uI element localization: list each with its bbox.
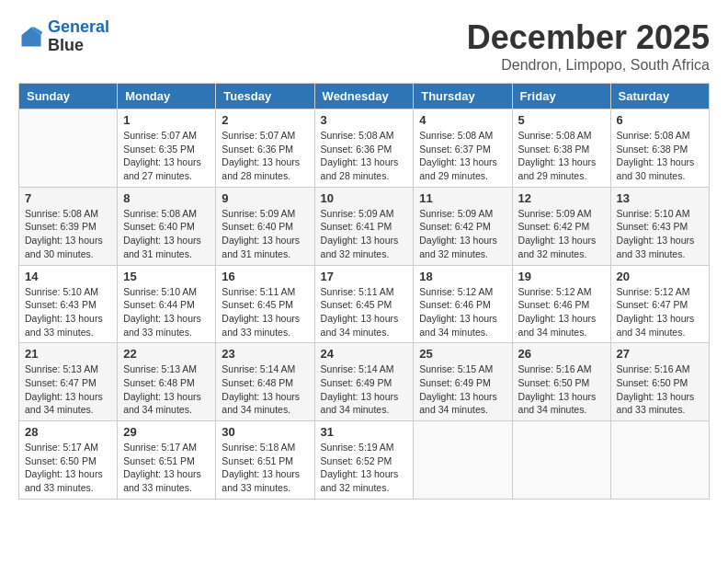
location-subtitle: Dendron, Limpopo, South Africa bbox=[467, 57, 710, 74]
day-number: 14 bbox=[25, 270, 111, 283]
day-number: 26 bbox=[518, 347, 605, 361]
day-info: Sunrise: 5:11 AM Sunset: 6:45 PM Dayligh… bbox=[321, 285, 408, 339]
day-info: Sunrise: 5:08 AM Sunset: 6:38 PM Dayligh… bbox=[518, 129, 605, 183]
day-number: 5 bbox=[518, 113, 605, 127]
calendar-week-row: 7Sunrise: 5:08 AM Sunset: 6:39 PM Daylig… bbox=[19, 187, 710, 265]
calendar-cell: 9Sunrise: 5:09 AM Sunset: 6:40 PM Daylig… bbox=[216, 187, 314, 265]
day-number: 2 bbox=[222, 113, 308, 127]
day-info: Sunrise: 5:19 AM Sunset: 6:52 PM Dayligh… bbox=[321, 441, 408, 495]
calendar-week-row: 21Sunrise: 5:13 AM Sunset: 6:47 PM Dayli… bbox=[19, 343, 710, 421]
day-number: 29 bbox=[123, 425, 210, 439]
day-info: Sunrise: 5:14 AM Sunset: 6:48 PM Dayligh… bbox=[222, 362, 308, 417]
month-title: December 2025 bbox=[467, 18, 710, 57]
day-number: 19 bbox=[518, 270, 605, 283]
calendar-cell: 22Sunrise: 5:13 AM Sunset: 6:48 PM Dayli… bbox=[118, 343, 216, 421]
day-number: 20 bbox=[617, 270, 703, 283]
day-number: 31 bbox=[321, 425, 408, 439]
day-number: 28 bbox=[25, 425, 111, 439]
day-number: 7 bbox=[25, 191, 111, 205]
calendar-cell: 10Sunrise: 5:09 AM Sunset: 6:41 PM Dayli… bbox=[314, 187, 414, 265]
day-info: Sunrise: 5:12 AM Sunset: 6:46 PM Dayligh… bbox=[518, 285, 605, 339]
calendar-cell: 19Sunrise: 5:12 AM Sunset: 6:46 PM Dayli… bbox=[512, 265, 610, 343]
weekday-header-thursday: Thursday bbox=[414, 84, 512, 109]
logo-line1: General bbox=[48, 17, 109, 36]
day-number: 22 bbox=[123, 347, 210, 361]
day-info: Sunrise: 5:16 AM Sunset: 6:50 PM Dayligh… bbox=[518, 362, 605, 417]
day-info: Sunrise: 5:08 AM Sunset: 6:39 PM Dayligh… bbox=[25, 207, 111, 261]
day-info: Sunrise: 5:08 AM Sunset: 6:36 PM Dayligh… bbox=[321, 129, 408, 183]
logo-line2: Blue bbox=[48, 37, 109, 55]
calendar-cell: 15Sunrise: 5:10 AM Sunset: 6:44 PM Dayli… bbox=[118, 265, 216, 343]
calendar-cell: 20Sunrise: 5:12 AM Sunset: 6:47 PM Dayli… bbox=[610, 265, 709, 343]
day-number: 24 bbox=[321, 347, 408, 361]
day-number: 3 bbox=[321, 113, 408, 127]
day-info: Sunrise: 5:09 AM Sunset: 6:42 PM Dayligh… bbox=[419, 207, 506, 261]
day-info: Sunrise: 5:08 AM Sunset: 6:37 PM Dayligh… bbox=[419, 129, 506, 183]
calendar-cell: 6Sunrise: 5:08 AM Sunset: 6:38 PM Daylig… bbox=[610, 109, 709, 188]
weekday-header-saturday: Saturday bbox=[610, 84, 709, 109]
calendar-cell: 31Sunrise: 5:19 AM Sunset: 6:52 PM Dayli… bbox=[314, 421, 414, 500]
day-info: Sunrise: 5:08 AM Sunset: 6:38 PM Dayligh… bbox=[617, 129, 703, 183]
day-number: 12 bbox=[518, 191, 605, 205]
day-number: 15 bbox=[123, 270, 210, 283]
calendar-cell: 26Sunrise: 5:16 AM Sunset: 6:50 PM Dayli… bbox=[512, 343, 610, 421]
day-number: 4 bbox=[419, 113, 506, 127]
calendar-cell: 18Sunrise: 5:12 AM Sunset: 6:46 PM Dayli… bbox=[414, 265, 512, 343]
title-section: December 2025 Dendron, Limpopo, South Af… bbox=[467, 18, 710, 74]
calendar-cell: 12Sunrise: 5:09 AM Sunset: 6:42 PM Dayli… bbox=[512, 187, 610, 265]
day-number: 9 bbox=[222, 191, 308, 205]
day-info: Sunrise: 5:09 AM Sunset: 6:42 PM Dayligh… bbox=[518, 207, 605, 261]
calendar-cell: 25Sunrise: 5:15 AM Sunset: 6:49 PM Dayli… bbox=[414, 343, 512, 421]
day-info: Sunrise: 5:10 AM Sunset: 6:44 PM Dayligh… bbox=[123, 285, 210, 339]
day-number: 25 bbox=[419, 347, 506, 361]
day-info: Sunrise: 5:10 AM Sunset: 6:43 PM Dayligh… bbox=[617, 207, 703, 261]
calendar-cell: 21Sunrise: 5:13 AM Sunset: 6:47 PM Dayli… bbox=[19, 343, 118, 421]
calendar-cell bbox=[610, 421, 709, 500]
weekday-header-row: SundayMondayTuesdayWednesdayThursdayFrid… bbox=[19, 84, 710, 109]
day-info: Sunrise: 5:11 AM Sunset: 6:45 PM Dayligh… bbox=[222, 285, 308, 339]
day-number: 23 bbox=[222, 347, 308, 361]
calendar-cell: 14Sunrise: 5:10 AM Sunset: 6:43 PM Dayli… bbox=[19, 265, 118, 343]
calendar-cell: 28Sunrise: 5:17 AM Sunset: 6:50 PM Dayli… bbox=[19, 421, 118, 500]
day-info: Sunrise: 5:13 AM Sunset: 6:48 PM Dayligh… bbox=[123, 362, 210, 417]
logo: General Blue bbox=[18, 18, 109, 55]
calendar-cell: 1Sunrise: 5:07 AM Sunset: 6:35 PM Daylig… bbox=[118, 109, 216, 188]
day-number: 10 bbox=[321, 191, 408, 205]
calendar-cell: 5Sunrise: 5:08 AM Sunset: 6:38 PM Daylig… bbox=[512, 109, 610, 188]
calendar-cell: 2Sunrise: 5:07 AM Sunset: 6:36 PM Daylig… bbox=[216, 109, 314, 188]
calendar-cell: 7Sunrise: 5:08 AM Sunset: 6:39 PM Daylig… bbox=[19, 187, 118, 265]
weekday-header-tuesday: Tuesday bbox=[216, 84, 314, 109]
calendar-cell: 23Sunrise: 5:14 AM Sunset: 6:48 PM Dayli… bbox=[216, 343, 314, 421]
calendar-cell: 4Sunrise: 5:08 AM Sunset: 6:37 PM Daylig… bbox=[414, 109, 512, 188]
day-info: Sunrise: 5:17 AM Sunset: 6:51 PM Dayligh… bbox=[123, 441, 210, 495]
calendar-cell: 11Sunrise: 5:09 AM Sunset: 6:42 PM Dayli… bbox=[414, 187, 512, 265]
day-number: 11 bbox=[419, 191, 506, 205]
day-number: 17 bbox=[321, 270, 408, 283]
calendar-cell: 29Sunrise: 5:17 AM Sunset: 6:51 PM Dayli… bbox=[118, 421, 216, 500]
day-info: Sunrise: 5:07 AM Sunset: 6:35 PM Dayligh… bbox=[123, 129, 210, 183]
calendar-cell bbox=[512, 421, 610, 500]
calendar-cell: 30Sunrise: 5:18 AM Sunset: 6:51 PM Dayli… bbox=[216, 421, 314, 500]
calendar-week-row: 28Sunrise: 5:17 AM Sunset: 6:50 PM Dayli… bbox=[19, 421, 710, 500]
calendar-cell: 27Sunrise: 5:16 AM Sunset: 6:50 PM Dayli… bbox=[610, 343, 709, 421]
weekday-header-wednesday: Wednesday bbox=[314, 84, 414, 109]
logo-text: General Blue bbox=[48, 18, 109, 55]
logo-icon bbox=[18, 24, 44, 50]
calendar-cell bbox=[414, 421, 512, 500]
day-info: Sunrise: 5:12 AM Sunset: 6:46 PM Dayligh… bbox=[419, 285, 506, 339]
day-number: 16 bbox=[222, 270, 308, 283]
day-info: Sunrise: 5:09 AM Sunset: 6:40 PM Dayligh… bbox=[222, 207, 308, 261]
day-number: 1 bbox=[123, 113, 210, 127]
calendar-table: SundayMondayTuesdayWednesdayThursdayFrid… bbox=[18, 83, 710, 500]
calendar-cell: 24Sunrise: 5:14 AM Sunset: 6:49 PM Dayli… bbox=[314, 343, 414, 421]
day-info: Sunrise: 5:13 AM Sunset: 6:47 PM Dayligh… bbox=[25, 362, 111, 417]
day-info: Sunrise: 5:16 AM Sunset: 6:50 PM Dayligh… bbox=[617, 362, 703, 417]
day-number: 6 bbox=[617, 113, 703, 127]
weekday-header-sunday: Sunday bbox=[19, 84, 118, 109]
calendar-cell: 16Sunrise: 5:11 AM Sunset: 6:45 PM Dayli… bbox=[216, 265, 314, 343]
day-number: 13 bbox=[617, 191, 703, 205]
day-number: 21 bbox=[25, 347, 111, 361]
day-info: Sunrise: 5:14 AM Sunset: 6:49 PM Dayligh… bbox=[321, 362, 408, 417]
day-number: 27 bbox=[617, 347, 703, 361]
calendar-cell bbox=[19, 109, 118, 188]
